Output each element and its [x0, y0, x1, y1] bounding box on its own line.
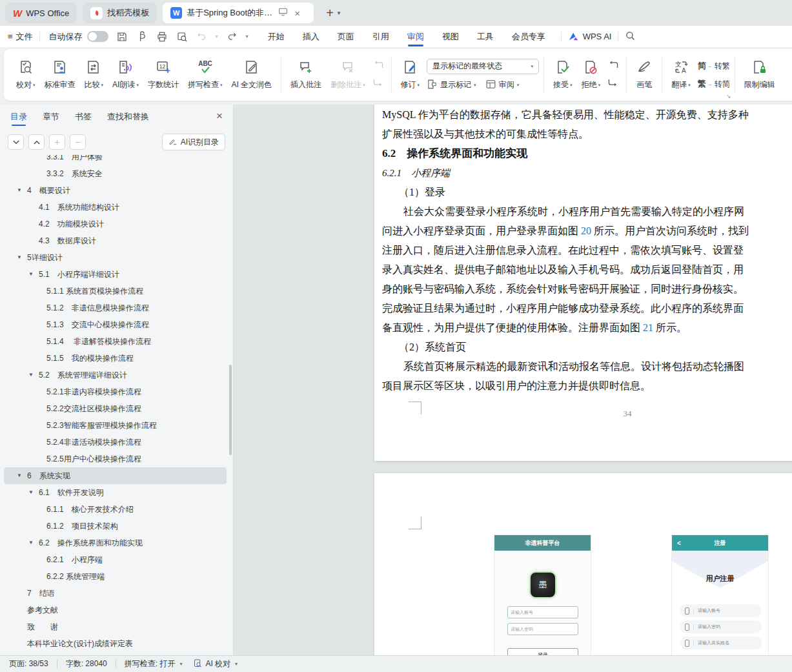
ribbon-tab-插入[interactable]: 插入: [294, 26, 329, 47]
collapse-caret-icon[interactable]: ▼: [28, 367, 34, 383]
toc-item[interactable]: 5.2.2交流社区模块操作流程: [0, 400, 233, 417]
document-page-39[interactable]: 非遗科普平台 墨 请输入账号 请输入密码 登录 < 注册 用户注册 请输入账号 …: [374, 473, 792, 655]
toc-item[interactable]: 5.2.5用户中心模块操作流程: [0, 451, 233, 467]
ribbon-tab-工具[interactable]: 工具: [468, 26, 503, 47]
wps-ai-button[interactable]: WPS AI: [568, 32, 612, 41]
word-count-indicator[interactable]: 字数: 28040: [66, 658, 107, 669]
toc-item[interactable]: 4.2 功能模块设计: [0, 216, 233, 232]
dialog-launcher-icon[interactable]: ↘: [726, 93, 731, 99]
toc-item[interactable]: ▼6 系统实现: [4, 467, 227, 484]
ribbon-tab-引用[interactable]: 引用: [363, 26, 398, 47]
toc-item[interactable]: 4.3 数据库设计: [0, 232, 233, 249]
translate-button[interactable]: 文A 翻译▾: [667, 56, 695, 94]
toc-item[interactable]: ▼5详细设计: [0, 249, 233, 266]
previous-change-icon[interactable]: [607, 61, 619, 72]
toc-item[interactable]: 6.1.1 核心开发技术介绍: [0, 501, 233, 518]
insert-comment-button[interactable]: 插入批注: [286, 56, 326, 94]
ai-proofread-button[interactable]: AI 校对▾: [193, 658, 238, 670]
document-page-38[interactable]: MySQL 作为平台的数据存储，它具备轻便易用、性能稳定、开源免费、支持多种扩展…: [374, 105, 792, 461]
toc-item[interactable]: 3.3.2 系统安全: [0, 165, 233, 182]
toc-item[interactable]: ▼5.2 系统管理端详细设计: [0, 367, 233, 383]
compare-button[interactable]: 比较▾: [80, 56, 108, 94]
redo-chevron-icon[interactable]: ▾: [246, 34, 249, 39]
toc-item[interactable]: 5.1.4 非遗解答模块操作流程: [0, 333, 233, 350]
redo-icon[interactable]: [227, 31, 238, 42]
toc-item[interactable]: 6.2.2 系统管理端: [0, 568, 233, 585]
toc-item[interactable]: ▼6.1 软件开发说明: [0, 484, 233, 501]
autosave-toggle[interactable]: [87, 31, 108, 42]
spell-check-button[interactable]: ABC拼写检查▾: [183, 56, 227, 94]
ai-read-button[interactable]: AI朗读▾: [108, 56, 143, 94]
page-indicator[interactable]: 页面: 38/53: [9, 658, 48, 669]
toc-item[interactable]: 5.2.1非遗内容模块操作流程: [0, 383, 233, 400]
ribbon-tab-开始[interactable]: 开始: [259, 26, 294, 47]
collapse-caret-icon[interactable]: ▼: [28, 484, 34, 501]
toc-item[interactable]: 致 谢: [0, 618, 233, 635]
file-menu-button[interactable]: ≡ 文件: [8, 31, 33, 43]
collapse-all-button[interactable]: [28, 134, 45, 150]
search-icon[interactable]: [625, 30, 636, 43]
toc-item[interactable]: 6.2.1 小程序端: [0, 551, 233, 568]
toc-item[interactable]: ▼5.1 小程序端详细设计: [0, 266, 233, 283]
tab-docer-templates[interactable]: 找稻壳模板: [83, 3, 157, 23]
close-tab-icon[interactable]: ×: [293, 8, 301, 19]
save-icon[interactable]: [116, 31, 128, 43]
toc-item[interactable]: 5.1.2 非遗信息模块操作流程: [0, 300, 233, 316]
ribbon-tab-审阅[interactable]: 审阅: [398, 26, 433, 47]
print-icon[interactable]: [156, 31, 168, 43]
toc-item[interactable]: 本科毕业论文(设计)成绩评定表: [0, 635, 233, 652]
collapse-caret-icon[interactable]: ▼: [28, 535, 34, 551]
export-pdf-icon[interactable]: [136, 31, 148, 43]
toc-item[interactable]: 7 结语: [0, 585, 233, 602]
toc-item[interactable]: ▼6.2 操作系统界面和功能实现: [0, 535, 233, 551]
simplified-to-traditional-button[interactable]: 简→ 转繁: [698, 60, 730, 72]
toc-item[interactable]: 5.1.5 我的模块操作流程: [0, 350, 233, 367]
toc-item[interactable]: 参考文献: [0, 602, 233, 618]
divider: [561, 32, 562, 42]
ai-recognize-toc-button[interactable]: AI识别目录: [162, 134, 225, 150]
tab-wps-office[interactable]: W WPS Office: [5, 3, 77, 23]
toc-item[interactable]: 5.2.3智能客服管理模块操作流程: [0, 417, 233, 434]
print-preview-icon[interactable]: [176, 31, 188, 43]
sidebar-tab-书签[interactable]: 书签: [75, 105, 92, 129]
markup-state-combobox[interactable]: 显示标记的最终状态 ▾: [427, 59, 539, 74]
sidebar-tab-章节[interactable]: 章节: [43, 105, 59, 129]
sidebar-tab-查找和替换[interactable]: 查找和替换: [107, 105, 149, 129]
toc-item[interactable]: 3.3.1 用户体验: [0, 155, 233, 165]
standard-review-button[interactable]: 标准审查: [40, 56, 80, 94]
reject-change-button[interactable]: 拒绝▾: [577, 56, 605, 94]
new-tab-button[interactable]: +: [326, 6, 334, 21]
collapse-caret-icon[interactable]: ▼: [17, 467, 22, 484]
next-change-icon[interactable]: [607, 77, 619, 89]
sidebar-tab-目录[interactable]: 目录: [10, 105, 27, 129]
word-count-button[interactable]: 12字数统计: [143, 56, 183, 94]
toc-item[interactable]: 5.1.3 交流中心模块操作流程: [0, 316, 233, 333]
ribbon-tab-视图[interactable]: 视图: [433, 26, 468, 47]
ribbon-tab-页面[interactable]: 页面: [329, 26, 363, 47]
restrict-editing-button[interactable]: 限制编辑: [740, 56, 780, 94]
collapse-caret-icon[interactable]: ▼: [17, 182, 22, 199]
ink-brush-button[interactable]: 画笔: [631, 56, 657, 94]
spellcheck-indicator[interactable]: 拼写检查: 打开▾: [125, 658, 183, 669]
toc-item[interactable]: 6.1.2 项目技术架构: [0, 518, 233, 535]
track-changes-button[interactable]: 修订▾: [396, 56, 425, 94]
close-sidebar-icon[interactable]: ×: [216, 110, 223, 123]
accept-change-button[interactable]: 接受▾: [549, 56, 577, 94]
review-pane-button[interactable]: 审阅▾: [485, 79, 520, 92]
expand-all-button[interactable]: [8, 134, 24, 150]
ribbon-tab-会员专享[interactable]: 会员专享: [503, 26, 554, 47]
traditional-to-simplified-button[interactable]: 繁→ 转简: [698, 78, 730, 90]
ai-polish-button[interactable]: AI 全文润色: [227, 56, 276, 94]
tab-current-document[interactable]: W 基于Spring Boot的非遗科普 ×: [163, 3, 314, 23]
toc-item[interactable]: ▼4 概要设计: [0, 182, 233, 199]
collapse-caret-icon[interactable]: ▼: [17, 249, 22, 266]
toc-item[interactable]: 5.1.1 系统首页模块操作流程: [0, 283, 233, 300]
proofread-button[interactable]: 校对▾: [12, 56, 40, 94]
collapse-caret-icon[interactable]: ▼: [28, 266, 34, 283]
toc-item[interactable]: 4.1 系统功能结构设计: [0, 199, 233, 216]
sidebar-scrollbar[interactable]: [229, 365, 232, 455]
screen-share-icon[interactable]: [278, 8, 288, 18]
toc-item[interactable]: 5.2.4非遗活动模块操作流程: [0, 434, 233, 451]
tab-list-chevron-icon[interactable]: ▾: [338, 10, 341, 16]
show-markup-button[interactable]: 显示标记▾: [427, 79, 476, 92]
